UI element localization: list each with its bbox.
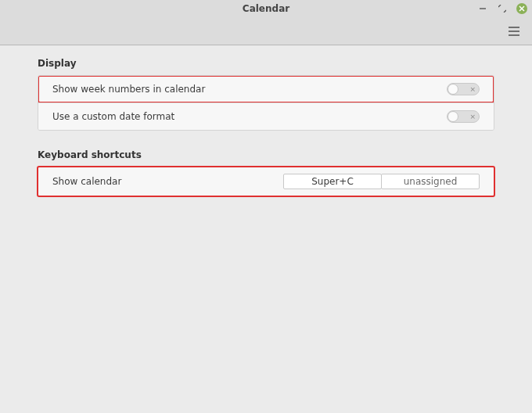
display-panel: Show week numbers in calendar × Use a cu…: [38, 75, 494, 131]
menu-button[interactable]: [505, 23, 523, 40]
row-week-numbers-label: Show week numbers in calendar: [52, 84, 205, 95]
hamburger-icon: [509, 27, 519, 36]
maximize-button[interactable]: [497, 3, 508, 14]
minimize-button[interactable]: [477, 3, 488, 14]
row-show-calendar-label: Show calendar: [52, 176, 283, 187]
shortcuts-panel: Show calendar Super+C unassigned: [38, 167, 494, 196]
row-show-calendar: Show calendar Super+C unassigned: [38, 167, 494, 196]
row-custom-date-label: Use a custom date format: [52, 111, 174, 122]
row-custom-date[interactable]: Use a custom date format ×: [38, 102, 494, 130]
window-title: Calendar: [243, 3, 289, 14]
toggle-knob: [448, 111, 458, 122]
toolbar: [0, 17, 532, 45]
toggle-custom-date[interactable]: ×: [447, 110, 480, 123]
row-week-numbers[interactable]: Show week numbers in calendar ×: [38, 76, 494, 102]
toggle-knob: [448, 84, 458, 95]
section-header-display: Display: [38, 58, 494, 69]
window-controls: [477, 0, 527, 17]
title-bar: Calendar: [0, 0, 532, 17]
toggle-off-icon: ×: [469, 86, 476, 93]
close-button[interactable]: [516, 3, 527, 14]
keybind-secondary[interactable]: unassigned: [381, 174, 480, 189]
section-header-shortcuts: Keyboard shortcuts: [38, 149, 494, 160]
content-area: Display Show week numbers in calendar × …: [0, 45, 532, 196]
toggle-off-icon: ×: [469, 113, 476, 120]
toggle-week-numbers[interactable]: ×: [447, 83, 480, 95]
keybind-primary[interactable]: Super+C: [283, 174, 382, 189]
